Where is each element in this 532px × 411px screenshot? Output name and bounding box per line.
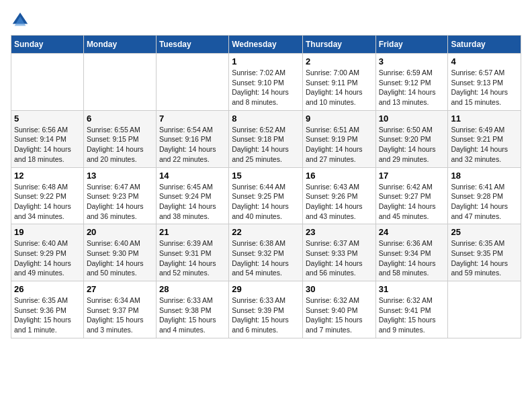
calendar-day-header: Sunday xyxy=(11,36,84,54)
day-number: 7 xyxy=(159,113,226,124)
day-number: 1 xyxy=(232,56,300,66)
day-number: 17 xyxy=(379,171,445,181)
day-info: Sunrise: 6:38 AM Sunset: 9:32 PM Dayligh… xyxy=(232,238,300,278)
calendar-cell xyxy=(448,281,521,338)
calendar-cell: 27Sunrise: 6:34 AM Sunset: 9:37 PM Dayli… xyxy=(83,281,156,338)
calendar-cell: 19Sunrise: 6:40 AM Sunset: 9:29 PM Dayli… xyxy=(11,224,84,281)
calendar-cell: 24Sunrise: 6:36 AM Sunset: 9:34 PM Dayli… xyxy=(375,224,448,281)
day-number: 27 xyxy=(87,284,153,294)
calendar-cell: 31Sunrise: 6:32 AM Sunset: 9:41 PM Dayli… xyxy=(375,281,448,338)
day-number: 5 xyxy=(14,113,81,124)
calendar-cell: 1Sunrise: 7:02 AM Sunset: 9:10 PM Daylig… xyxy=(229,54,303,111)
calendar-cell: 28Sunrise: 6:33 AM Sunset: 9:38 PM Dayli… xyxy=(156,281,228,338)
calendar-table: SundayMondayTuesdayWednesdayThursdayFrid… xyxy=(11,35,521,338)
calendar-cell: 8Sunrise: 6:52 AM Sunset: 9:18 PM Daylig… xyxy=(229,110,303,167)
day-number: 22 xyxy=(232,227,300,237)
day-info: Sunrise: 6:41 AM Sunset: 9:28 PM Dayligh… xyxy=(451,182,518,222)
day-number: 20 xyxy=(87,227,153,237)
day-number: 12 xyxy=(14,171,81,181)
day-info: Sunrise: 6:47 AM Sunset: 9:23 PM Dayligh… xyxy=(87,182,153,222)
calendar-cell: 10Sunrise: 6:50 AM Sunset: 9:20 PM Dayli… xyxy=(375,110,448,167)
calendar-week-row: 19Sunrise: 6:40 AM Sunset: 9:29 PM Dayli… xyxy=(11,224,521,281)
calendar-cell: 13Sunrise: 6:47 AM Sunset: 9:23 PM Dayli… xyxy=(83,167,156,224)
day-info: Sunrise: 6:56 AM Sunset: 9:14 PM Dayligh… xyxy=(14,125,81,165)
day-info: Sunrise: 6:35 AM Sunset: 9:35 PM Dayligh… xyxy=(451,238,518,278)
calendar-cell: 4Sunrise: 6:57 AM Sunset: 9:13 PM Daylig… xyxy=(448,54,521,111)
calendar-cell: 7Sunrise: 6:54 AM Sunset: 9:16 PM Daylig… xyxy=(156,110,228,167)
day-number: 29 xyxy=(232,284,300,294)
calendar-cell: 29Sunrise: 6:33 AM Sunset: 9:39 PM Dayli… xyxy=(229,281,303,338)
calendar-cell: 14Sunrise: 6:45 AM Sunset: 9:24 PM Dayli… xyxy=(156,167,228,224)
day-info: Sunrise: 6:50 AM Sunset: 9:20 PM Dayligh… xyxy=(379,125,445,165)
day-number: 6 xyxy=(87,113,153,124)
day-info: Sunrise: 6:35 AM Sunset: 9:36 PM Dayligh… xyxy=(14,295,81,335)
calendar-cell: 21Sunrise: 6:39 AM Sunset: 9:31 PM Dayli… xyxy=(156,224,228,281)
day-number: 25 xyxy=(451,227,518,237)
day-info: Sunrise: 6:33 AM Sunset: 9:38 PM Dayligh… xyxy=(159,295,226,335)
calendar-day-header: Monday xyxy=(83,36,156,54)
calendar-cell: 12Sunrise: 6:48 AM Sunset: 9:22 PM Dayli… xyxy=(11,167,84,224)
day-number: 26 xyxy=(14,284,81,294)
day-info: Sunrise: 6:48 AM Sunset: 9:22 PM Dayligh… xyxy=(14,182,81,222)
page-header xyxy=(11,11,521,30)
day-info: Sunrise: 6:37 AM Sunset: 9:33 PM Dayligh… xyxy=(306,238,373,278)
day-number: 21 xyxy=(159,227,226,237)
calendar-cell: 15Sunrise: 6:44 AM Sunset: 9:25 PM Dayli… xyxy=(229,167,303,224)
day-info: Sunrise: 6:36 AM Sunset: 9:34 PM Dayligh… xyxy=(379,238,445,278)
day-info: Sunrise: 6:44 AM Sunset: 9:25 PM Dayligh… xyxy=(232,182,300,222)
day-info: Sunrise: 7:00 AM Sunset: 9:11 PM Dayligh… xyxy=(306,68,373,107)
calendar-cell: 23Sunrise: 6:37 AM Sunset: 9:33 PM Dayli… xyxy=(302,224,375,281)
calendar-cell: 16Sunrise: 6:43 AM Sunset: 9:26 PM Dayli… xyxy=(302,167,375,224)
calendar-week-row: 26Sunrise: 6:35 AM Sunset: 9:36 PM Dayli… xyxy=(11,281,521,338)
day-number: 31 xyxy=(379,284,445,294)
calendar-cell: 25Sunrise: 6:35 AM Sunset: 9:35 PM Dayli… xyxy=(448,224,521,281)
calendar-week-row: 5Sunrise: 6:56 AM Sunset: 9:14 PM Daylig… xyxy=(11,110,521,167)
day-number: 10 xyxy=(379,113,445,124)
day-info: Sunrise: 6:55 AM Sunset: 9:15 PM Dayligh… xyxy=(87,125,153,165)
calendar-cell: 6Sunrise: 6:55 AM Sunset: 9:15 PM Daylig… xyxy=(83,110,156,167)
calendar-cell: 20Sunrise: 6:40 AM Sunset: 9:30 PM Dayli… xyxy=(83,224,156,281)
day-info: Sunrise: 6:45 AM Sunset: 9:24 PM Dayligh… xyxy=(159,182,226,222)
day-info: Sunrise: 6:33 AM Sunset: 9:39 PM Dayligh… xyxy=(232,295,300,335)
day-info: Sunrise: 6:40 AM Sunset: 9:30 PM Dayligh… xyxy=(87,238,153,278)
day-number: 8 xyxy=(232,113,300,124)
day-info: Sunrise: 6:51 AM Sunset: 9:19 PM Dayligh… xyxy=(306,125,373,165)
day-info: Sunrise: 6:40 AM Sunset: 9:29 PM Dayligh… xyxy=(14,238,81,278)
day-number: 3 xyxy=(379,56,445,66)
day-number: 23 xyxy=(306,227,373,237)
calendar-cell: 18Sunrise: 6:41 AM Sunset: 9:28 PM Dayli… xyxy=(448,167,521,224)
day-info: Sunrise: 7:02 AM Sunset: 9:10 PM Dayligh… xyxy=(232,68,300,107)
day-number: 15 xyxy=(232,171,300,181)
calendar-day-header: Wednesday xyxy=(229,36,303,54)
day-number: 14 xyxy=(159,171,226,181)
day-info: Sunrise: 6:57 AM Sunset: 9:13 PM Dayligh… xyxy=(451,68,518,107)
day-number: 30 xyxy=(306,284,373,294)
calendar-cell: 11Sunrise: 6:49 AM Sunset: 9:21 PM Dayli… xyxy=(448,110,521,167)
day-number: 28 xyxy=(159,284,226,294)
day-number: 9 xyxy=(306,113,373,124)
calendar-day-header: Tuesday xyxy=(156,36,228,54)
calendar-cell xyxy=(83,54,156,111)
day-info: Sunrise: 6:52 AM Sunset: 9:18 PM Dayligh… xyxy=(232,125,300,165)
day-number: 4 xyxy=(451,56,518,66)
day-info: Sunrise: 6:32 AM Sunset: 9:41 PM Dayligh… xyxy=(379,295,445,335)
calendar-cell: 17Sunrise: 6:42 AM Sunset: 9:27 PM Dayli… xyxy=(375,167,448,224)
calendar-day-header: Saturday xyxy=(448,36,521,54)
day-info: Sunrise: 6:49 AM Sunset: 9:21 PM Dayligh… xyxy=(451,125,518,165)
calendar-cell xyxy=(156,54,228,111)
calendar-header-row: SundayMondayTuesdayWednesdayThursdayFrid… xyxy=(11,36,521,54)
calendar-day-header: Friday xyxy=(375,36,448,54)
calendar-cell: 3Sunrise: 6:59 AM Sunset: 9:12 PM Daylig… xyxy=(375,54,448,111)
calendar-cell: 22Sunrise: 6:38 AM Sunset: 9:32 PM Dayli… xyxy=(229,224,303,281)
day-number: 16 xyxy=(306,171,373,181)
day-number: 11 xyxy=(451,113,518,124)
calendar-cell: 30Sunrise: 6:32 AM Sunset: 9:40 PM Dayli… xyxy=(302,281,375,338)
day-number: 19 xyxy=(14,227,81,237)
day-info: Sunrise: 6:54 AM Sunset: 9:16 PM Dayligh… xyxy=(159,125,226,165)
logo xyxy=(11,11,32,30)
calendar-cell: 26Sunrise: 6:35 AM Sunset: 9:36 PM Dayli… xyxy=(11,281,84,338)
day-info: Sunrise: 6:32 AM Sunset: 9:40 PM Dayligh… xyxy=(306,295,373,335)
day-info: Sunrise: 6:59 AM Sunset: 9:12 PM Dayligh… xyxy=(379,68,445,107)
day-info: Sunrise: 6:34 AM Sunset: 9:37 PM Dayligh… xyxy=(87,295,153,335)
day-number: 18 xyxy=(451,171,518,181)
